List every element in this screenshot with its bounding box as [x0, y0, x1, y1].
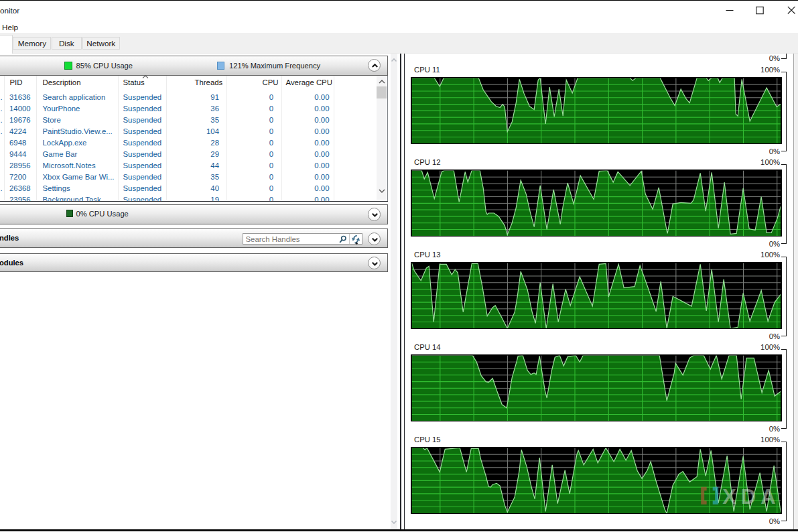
svg-text:XDA: XDA: [722, 485, 780, 509]
